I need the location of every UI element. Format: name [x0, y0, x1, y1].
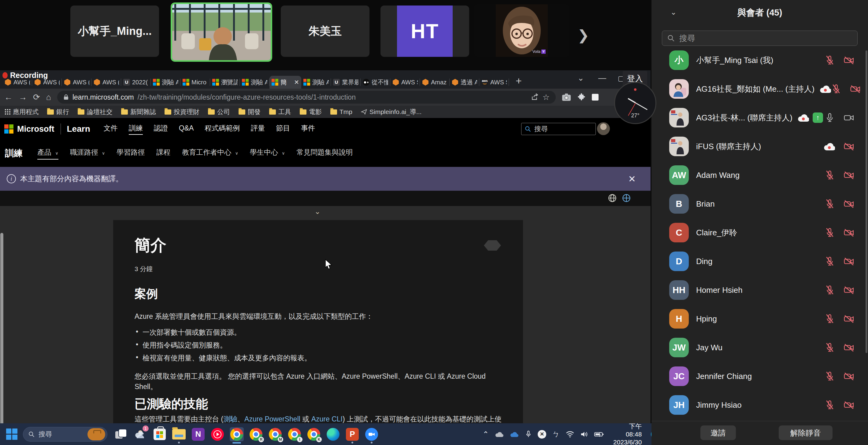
- bookmark-star-icon[interactable]: ☆: [542, 93, 550, 102]
- new-tab-button[interactable]: +: [516, 75, 522, 87]
- learn-nav-6[interactable]: 節目: [276, 124, 290, 135]
- browser-tab-2[interactable]: AWS (: [62, 76, 91, 89]
- bookmark-2[interactable]: 論壇社交: [78, 108, 113, 116]
- participant-row-6[interactable]: CClaire_伊聆: [651, 218, 868, 247]
- ime-mode-icon[interactable]: ㄅ: [552, 430, 560, 439]
- microphone-tray-icon[interactable]: [525, 430, 532, 439]
- video-off-icon[interactable]: [843, 371, 855, 381]
- video-off-icon[interactable]: [843, 285, 855, 295]
- translate-icon[interactable]: [622, 194, 631, 202]
- video-off-icon[interactable]: [843, 141, 855, 151]
- tab-search-chevron-icon[interactable]: ⌄: [578, 73, 584, 83]
- extensions-puzzle-icon[interactable]: [577, 93, 586, 101]
- taskbar-app-chrome-i[interactable]: I: [287, 427, 302, 441]
- taskbar-search[interactable]: 搜尋: [23, 427, 107, 442]
- participant-row-9[interactable]: HHping: [651, 304, 868, 333]
- mic-muted-icon[interactable]: [825, 371, 835, 381]
- participant-row-12[interactable]: JHJimmy Hsiao: [651, 390, 868, 419]
- subnav-item-2[interactable]: 學習路徑: [117, 148, 145, 160]
- tray-chevron-icon[interactable]: ⌃: [483, 430, 489, 439]
- learn-search-box[interactable]: 搜尋: [521, 123, 596, 135]
- cloud-recording-icon[interactable]: [819, 84, 831, 94]
- mic-muted-icon[interactable]: [825, 199, 835, 209]
- screenshot-extension-icon[interactable]: [562, 93, 571, 101]
- bookmark-0[interactable]: 應用程式: [5, 108, 38, 116]
- minimize-button[interactable]: —: [598, 73, 606, 83]
- subnav-item-4[interactable]: 教育工作者中心 ∨: [182, 148, 238, 160]
- bookmark-9[interactable]: Tmp: [330, 108, 352, 115]
- invite-button[interactable]: 邀請: [701, 425, 736, 440]
- participant-row-3[interactable]: iFUS (聯席主持人): [651, 132, 868, 161]
- taskbar-app-ppt[interactable]: P: [345, 427, 360, 441]
- taskbar-app-onenote[interactable]: N: [191, 427, 205, 441]
- browser-tab-4[interactable]: U2022(: [121, 76, 151, 89]
- tab-close-icon[interactable]: ✕: [294, 78, 299, 86]
- bookmark-7[interactable]: 工具: [269, 108, 291, 116]
- video-tile-ht[interactable]: HT: [380, 5, 469, 57]
- taskbar-app-store[interactable]: [153, 427, 167, 441]
- back-icon[interactable]: ←: [4, 93, 12, 102]
- browser-tab-8[interactable]: 測驗 A: [240, 76, 270, 89]
- bookmark-3[interactable]: 新聞雜誌: [121, 108, 156, 116]
- unmute-all-button[interactable]: 解除靜音: [779, 425, 833, 440]
- video-off-icon[interactable]: [843, 342, 855, 353]
- video-off-icon[interactable]: [843, 256, 855, 267]
- video-tile-avatar-woman[interactable]: VoilaV: [474, 4, 569, 57]
- browser-tab-5[interactable]: 測驗 A: [151, 76, 181, 89]
- participant-row-7[interactable]: DDing: [651, 247, 868, 276]
- mic-muted-icon[interactable]: [825, 342, 835, 353]
- subnav-item-5[interactable]: 學生中心 ∨: [250, 148, 285, 160]
- learn-nav-3[interactable]: Q&A: [179, 124, 194, 134]
- browser-tab-11[interactable]: U業界最: [331, 76, 361, 89]
- cloud-recording-icon[interactable]: [823, 142, 835, 151]
- subnav-item-3[interactable]: 課程: [156, 148, 170, 160]
- mic-icon[interactable]: [825, 112, 835, 123]
- bookmark-8[interactable]: 電影: [300, 108, 322, 116]
- inline-link[interactable]: Azure PowerShell: [244, 415, 300, 423]
- video-off-icon[interactable]: [850, 84, 861, 94]
- taskbar-app-folder[interactable]: [172, 427, 186, 441]
- learn-product[interactable]: Learn: [67, 124, 90, 134]
- home-icon[interactable]: ⌂: [46, 93, 51, 102]
- video-off-icon[interactable]: [843, 314, 855, 324]
- mic-muted-icon[interactable]: [825, 400, 835, 410]
- video-off-icon[interactable]: [843, 199, 855, 209]
- mic-muted-icon[interactable]: [825, 55, 835, 65]
- start-button-icon[interactable]: [6, 429, 18, 440]
- learn-nav-2[interactable]: 認證: [154, 124, 168, 135]
- participant-search-box[interactable]: 搜尋: [662, 31, 858, 46]
- reload-icon[interactable]: ⟳: [33, 92, 40, 102]
- taskbar-app-ytmusic[interactable]: [210, 427, 224, 441]
- forward-icon[interactable]: →: [19, 93, 27, 102]
- browser-tab-10[interactable]: 測驗 A: [301, 76, 331, 89]
- participant-row-10[interactable]: JWJay Wu: [651, 333, 868, 362]
- next-participants-arrow[interactable]: ❯: [578, 27, 589, 43]
- video-tile-active-speaker[interactable]: [170, 2, 272, 62]
- video-off-icon[interactable]: [843, 228, 855, 238]
- inline-link[interactable]: 測驗: [223, 415, 237, 423]
- profile-avatar[interactable]: [597, 122, 610, 135]
- inline-link[interactable]: Azure CLI: [311, 415, 343, 423]
- microsoft-brand[interactable]: Microsoft: [17, 125, 55, 134]
- learn-nav-1[interactable]: 訓練: [129, 124, 143, 135]
- white-extension-icon[interactable]: [592, 94, 598, 101]
- browser-tab-7[interactable]: 瀏覽認: [210, 76, 240, 89]
- taskbar-app-chrome[interactable]: [230, 427, 244, 441]
- banner-close-icon[interactable]: ✕: [628, 174, 636, 184]
- tray-clock[interactable]: 下午 08:48 2023/6/30: [612, 422, 642, 445]
- wifi-icon[interactable]: [566, 431, 574, 438]
- participant-row-2[interactable]: AG3社長-林... (聯席主持人)↑: [651, 103, 868, 132]
- browser-tab-3[interactable]: AWS (: [91, 76, 121, 89]
- video-off-icon[interactable]: [843, 55, 855, 65]
- cloud-recording-icon[interactable]: [797, 113, 809, 122]
- panel-scrollbar-thumb[interactable]: [866, 50, 867, 353]
- onedrive-gray-cloud-icon[interactable]: [495, 431, 504, 438]
- subnav-item-6[interactable]: 常見問題集與說明: [297, 148, 353, 160]
- participant-row-11[interactable]: JCJennifer Chiang: [651, 362, 868, 390]
- taskbar-app-people[interactable]: 1: [133, 427, 148, 441]
- learn-nav-7[interactable]: 事件: [301, 124, 315, 135]
- taskbar-app-zoom[interactable]: [365, 427, 379, 441]
- video-tile-zhu[interactable]: 朱美玉: [281, 5, 369, 57]
- learn-nav-4[interactable]: 程式碼範例: [205, 124, 240, 135]
- mic-muted-icon[interactable]: [825, 228, 835, 238]
